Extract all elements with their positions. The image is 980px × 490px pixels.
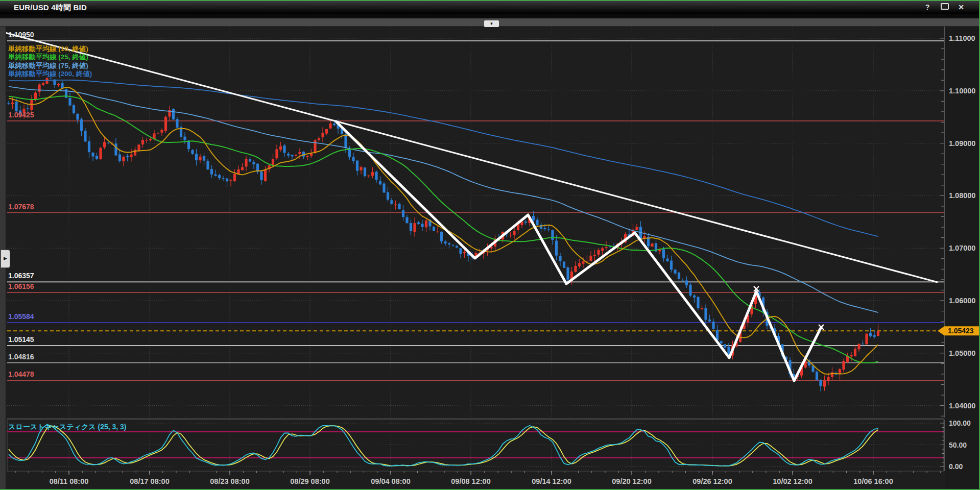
candle-body [7,103,10,104]
price-line-label: 1.05584 [8,312,34,321]
candle-body [80,119,83,131]
candle-body [91,153,94,156]
candle-body [199,157,201,160]
x-axis-label: 10/02 12:00 [773,477,812,485]
candle-body [252,162,255,164]
candle-body [578,263,581,266]
stoch-axis-label: 100.00 [949,419,971,427]
candle-body [371,172,374,176]
candle-body [137,144,140,150]
candle-body [433,227,435,231]
candle-body [456,246,458,248]
chart-window: スローストキャスティクス (25, 3, 3)1.110001.100001.0… [0,0,980,490]
candle-body [865,334,868,345]
candle-body [451,245,454,246]
candle-body [701,308,703,309]
candle-body [582,261,584,264]
titlebar-gap [0,14,980,18]
price-line-label: 1.05145 [8,335,34,344]
x-axis-label: 09/14 12:00 [532,477,571,485]
candle-body [145,140,148,140]
sma-legend-item: 単純移動平均線 (75, 終値) [8,62,92,70]
candle-body [214,175,217,176]
price-line-label: 1.06156 [8,282,34,290]
candle-body [551,230,554,240]
title-bar[interactable]: EUR/USD 4時間 BID ? ✕ [0,0,980,14]
candle-body [329,124,331,129]
candle-body [444,241,446,243]
candle-body [555,241,558,256]
candle-body [57,84,60,85]
x-axis-label: 09/04 08:00 [371,477,410,485]
candle-body [816,372,818,380]
candle-body [390,200,393,204]
candle-body [122,157,125,161]
candle-body [421,224,423,227]
toolbar-collapse-button[interactable]: ▼ [484,20,499,27]
candle-body [73,105,75,113]
candle-body [45,78,48,84]
candle-body [107,143,109,143]
candle-body [99,148,102,159]
candle-body [126,156,129,157]
side-panel-expand-tab[interactable]: ▶ [1,250,10,268]
candle-body [463,252,466,253]
window-title: EUR/USD 4時間 BID [14,3,87,13]
candle-body [658,250,661,251]
candle-body [218,175,221,178]
candle-body [410,223,412,231]
maximize-button[interactable] [939,3,950,11]
stoch-label: スローストキャスティクス (25, 3, 3) [8,423,127,431]
y-axis-label: 1.11000 [949,34,975,42]
candle-body [229,180,232,181]
candle-body [157,133,159,134]
candle-body [597,250,600,255]
candle-body [674,270,676,274]
candle-body [103,142,106,147]
close-button[interactable]: ✕ [955,3,967,11]
candle-body [187,141,190,150]
candle-body [222,178,224,179]
price-line-label: 1.07678 [8,203,34,211]
candle-body [697,297,699,308]
candle-body [823,381,826,387]
candle-body [279,146,282,150]
candle-body [394,204,397,205]
candle-body [88,141,90,152]
chart-canvas[interactable]: スローストキャスティクス (25, 3, 3)1.110001.100001.0… [0,0,980,490]
candle-body [635,227,638,230]
candle-body [68,98,71,106]
candle-body [191,150,194,154]
candle-body [532,216,535,220]
candle-body [241,167,244,170]
sma-legend-item: 単純移動平均線 (200, 終値) [8,70,92,78]
candle-body [689,285,691,296]
candle-body [233,174,236,181]
price-line-label: 1.04478 [8,370,34,378]
x-axis-label: 10/06 16:00 [853,477,893,485]
candle-body [379,181,381,184]
candle-body [413,223,416,232]
y-axis-label: 1.07000 [949,244,975,252]
price-line-label: 1.06357 [8,272,34,280]
maximize-icon [941,3,949,10]
candle-body [287,154,290,155]
candle-body [543,228,546,229]
candle-body [114,143,117,155]
candle-body [593,255,596,256]
candle-body [164,117,167,131]
help-button[interactable]: ? [922,3,933,11]
candle-body [352,157,354,161]
candle-body [850,355,852,357]
candle-body [524,222,527,223]
candle-body [321,133,324,137]
sma-legend: 単純移動平均線 (10, 終値)単純移動平均線 (25, 終値)単純移動平均線 … [8,45,92,79]
candle-body [149,139,152,140]
candle-body [459,248,462,254]
candle-body [720,341,722,343]
candle-body [27,108,29,109]
y-axis-label: 1.04000 [949,402,975,410]
y-axis-label: 1.08000 [949,191,975,200]
candle-body [811,366,814,372]
candle-body [708,320,711,321]
